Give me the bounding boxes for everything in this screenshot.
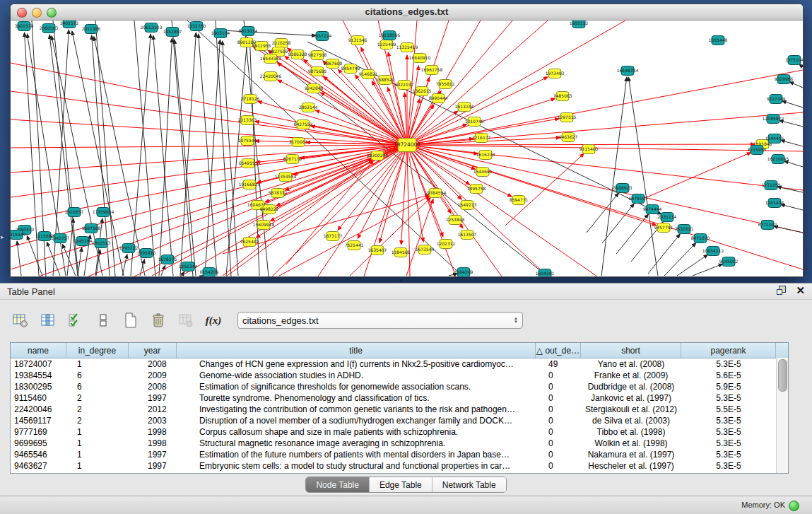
selected-node[interactable]: 2803144 [299, 103, 318, 112]
node[interactable]: 1152760 [187, 22, 206, 31]
table-cell[interactable]: Tibbo et al. (1998) [581, 426, 681, 438]
table-cell[interactable]: Jankovic et al. (1997) [581, 392, 681, 404]
table-cell[interactable]: 6 [66, 370, 129, 381]
node[interactable]: 1678275 [158, 255, 177, 264]
table-mode-button[interactable] [10, 310, 31, 331]
selected-node[interactable]: 2718126 [241, 95, 260, 104]
column-header-4[interactable]: title [177, 343, 536, 358]
node[interactable]: 1903104 [211, 29, 230, 38]
close-panel-icon[interactable]: ✕ [796, 286, 805, 295]
node[interactable]: 1405572 [60, 21, 79, 28]
node[interactable]: 1292344 [179, 262, 198, 271]
selected-node[interactable]: 1616233 [476, 151, 495, 160]
table-cell[interactable]: Hescheler et al. (1997) [581, 460, 681, 472]
table-cell[interactable]: 5.9E-5 [681, 381, 776, 392]
table-cell[interactable]: 1998 [129, 426, 177, 438]
node[interactable]: 19218596 [379, 31, 401, 40]
table-cell[interactable]: 1997 [129, 460, 177, 472]
selected-node[interactable]: 7955812 [436, 80, 455, 89]
node[interactable]: 1342757 [51, 234, 70, 243]
selected-node[interactable]: 8454749 [341, 64, 360, 74]
node[interactable]: 9227349 [767, 95, 786, 104]
table-cell[interactable]: 49 [536, 358, 581, 370]
show-columns-button[interactable] [37, 310, 59, 331]
selected-node[interactable]: 8267110 [283, 155, 302, 164]
table-cell[interactable]: 1997 [129, 449, 177, 460]
selected-node[interactable]: 2226058 [272, 39, 291, 48]
table-cell[interactable]: 0 [536, 449, 581, 460]
selected-node[interactable]: 8912955 [252, 42, 271, 51]
node[interactable]: 8813014 [239, 27, 258, 36]
node[interactable]: 9474444 [643, 205, 662, 214]
table-cell[interactable]: Franke et al. (2009) [581, 370, 681, 381]
function-builder-button[interactable]: f(x) [203, 310, 224, 331]
node[interactable]: 8471670 [691, 234, 710, 243]
table-row[interactable]: 1938455462009Genome-wide association stu… [11, 370, 788, 381]
selected-node[interactable]: 2867608 [324, 59, 343, 69]
table-cell[interactable]: 9465546 [11, 449, 66, 460]
table-cell[interactable]: 2 [66, 404, 129, 415]
table-cell[interactable]: 2 [66, 415, 129, 426]
table-cell[interactable]: 5.3E-5 [681, 438, 776, 449]
table-cell[interactable]: 0 [536, 404, 581, 415]
table-cell[interactable]: 5.3E-5 [681, 392, 776, 404]
selected-node[interactable]: 9242848 [305, 84, 324, 93]
table-cell[interactable]: 1 [66, 460, 129, 472]
node[interactable]: 1575104 [785, 56, 803, 65]
node[interactable]: 20613103 [141, 23, 163, 33]
table-row[interactable]: 911546021997Tourette syndrome. Phenomeno… [11, 392, 788, 404]
selected-node[interactable]: 8990444 [429, 94, 448, 103]
table-cell[interactable]: 5.5E-5 [681, 404, 776, 415]
node[interactable]: 9097588 [82, 224, 101, 233]
table-cell[interactable]: 5.3E-5 [681, 415, 776, 426]
column-header-5[interactable]: △ out_de… [536, 343, 581, 358]
table-cell[interactable]: Tourette syndrome. Phenomenology and cla… [177, 392, 536, 404]
table-cell[interactable]: Changes of HCN gene expression and I(f) … [177, 358, 536, 370]
node[interactable]: 9245012 [719, 257, 739, 267]
selected-node[interactable]: 1673544 [416, 245, 435, 255]
selected-node[interactable]: 1635407 [368, 246, 387, 255]
node[interactable]: 1101434 [765, 199, 784, 208]
table-cell[interactable]: 0 [536, 438, 581, 449]
delete-table-button[interactable] [148, 310, 169, 331]
node[interactable]: 2935114 [658, 213, 677, 222]
selected-node[interactable]: 1495758 [467, 185, 486, 194]
selected-node[interactable]: 1544691 [473, 168, 493, 177]
tab-network-table[interactable]: Network Table [433, 477, 506, 492]
table-cell[interactable]: 9115460 [11, 392, 66, 404]
table-cell[interactable]: Disruption of a novel member of a sodium… [177, 415, 536, 426]
table-cell[interactable]: Estimation of the future numbers of pati… [177, 449, 536, 460]
table-cell[interactable]: 0 [536, 426, 581, 438]
node[interactable]: 7632621 [675, 225, 694, 234]
node[interactable]: 10654112 [702, 247, 724, 256]
table-cell[interactable]: 0 [536, 415, 581, 426]
table-cell[interactable]: 2012 [129, 404, 177, 415]
column-header-1[interactable]: name [11, 343, 66, 358]
table-cell[interactable]: 1 [66, 449, 129, 460]
node[interactable]: 2060503 [40, 24, 59, 33]
selected-node[interactable]: 7525441 [345, 241, 364, 250]
selected-node[interactable]: 8186328 [288, 50, 307, 59]
node[interactable]: 2020657 [65, 208, 84, 217]
selected-node[interactable]: 8594771 [510, 196, 529, 205]
table-cell[interactable]: Structural magnetic resonance image aver… [177, 438, 536, 449]
selected-node[interactable]: 9457791 [654, 223, 673, 233]
node[interactable]: 1095810 [137, 249, 156, 258]
table-cell[interactable]: 19384554 [11, 370, 66, 381]
selected-node[interactable]: 16640910 [409, 54, 431, 63]
table-cell[interactable]: 0 [536, 460, 581, 472]
table-cell[interactable]: 2 [66, 392, 129, 404]
table-cell[interactable]: 2008 [129, 381, 177, 392]
node[interactable]: 3915945 [11, 230, 26, 240]
selected-node[interactable]: 9131546 [348, 36, 367, 45]
node[interactable]: 1350513 [92, 239, 111, 248]
table-cell[interactable]: 5.3E-5 [681, 358, 776, 370]
selected-node[interactable]: 1010748 [465, 117, 484, 127]
table-cell[interactable]: 5.3E-5 [681, 426, 776, 438]
selected-node[interactable]: 9322037 [395, 81, 414, 90]
selected-node[interactable]: 9827508 [308, 51, 327, 60]
selected-node[interactable]: 16961758 [421, 66, 443, 75]
selected-node[interactable]: 9463627 [559, 133, 578, 142]
table-cell[interactable]: 1 [66, 358, 129, 370]
node[interactable]: 6479197 [629, 194, 648, 204]
